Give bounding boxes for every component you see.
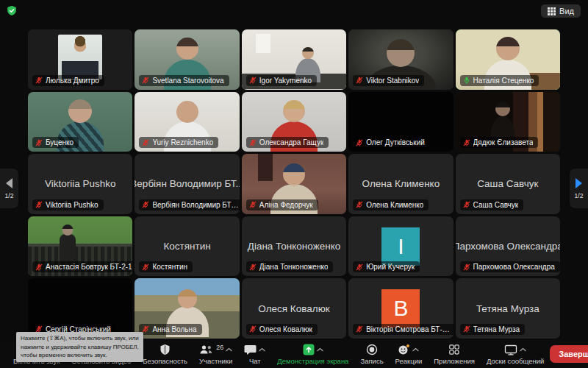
participant-name-label: Анна Вольна — [139, 324, 201, 335]
participant-name-label: Буценко — [32, 137, 79, 148]
gallery-view-icon — [548, 7, 556, 15]
muted-mic-icon — [463, 139, 470, 146]
participant-tile[interactable]: Саша СавчукСаша Савчук — [456, 154, 560, 214]
participant-name-text: Пархомова Олександра — [473, 263, 555, 271]
participant-name-label: Yuriy Reznichenko — [139, 137, 218, 148]
participant-tile[interactable]: Аліна Федорчук — [242, 154, 346, 214]
apps-button[interactable]: Приложения — [428, 344, 481, 365]
chat-button[interactable]: Чат — [238, 344, 271, 365]
participant-name-text: Діана Тонконоженко — [259, 263, 329, 271]
participant-name-label: Igor Yakymenko — [246, 75, 317, 86]
security-button[interactable]: Безопасность — [137, 344, 193, 365]
prev-page-button[interactable]: 1/2 — [0, 169, 18, 208]
participant-tile[interactable]: Олена КлименкоОлена Клименко — [348, 154, 453, 214]
participant-name-label: Пархомова Олександра — [460, 261, 560, 272]
chat-icon — [244, 344, 257, 355]
participant-tile[interactable]: Сергій Старінський — [28, 278, 132, 339]
participant-tile[interactable]: Тетяна МурзаТетяна Мурза — [456, 278, 560, 339]
chevron-up-icon[interactable] — [520, 347, 526, 352]
participant-tile[interactable]: Yuriy Reznichenko — [135, 92, 239, 152]
participant-name-label: Viktor Stabnikov — [353, 75, 424, 86]
participants-button[interactable]: 26 Участники — [193, 344, 238, 365]
next-arrow-icon — [576, 178, 582, 188]
participant-tile[interactable]: Олеся КовалюкОлеся Ковалюк — [242, 278, 346, 339]
share-screen-button[interactable]: Демонстрация экрана — [271, 344, 354, 365]
muted-mic-icon — [35, 201, 43, 208]
muted-mic-icon — [463, 201, 470, 208]
next-page-button[interactable]: 1/2 — [570, 169, 588, 208]
participants-button-label: Участники — [199, 357, 232, 365]
participants-grid: Люлька ДмитроSvetlana StarovoitovaIgor Y… — [28, 29, 560, 339]
apps-button-label: Приложения — [434, 357, 475, 365]
participant-name-text: Буценко — [46, 138, 74, 146]
muted-mic-icon — [356, 139, 363, 146]
reactions-button[interactable]: Реакции — [390, 344, 429, 365]
participant-name-text: Наталія Стеценко — [473, 77, 534, 85]
participant-name-label: Тетяна Мурза — [460, 324, 526, 335]
muted-mic-icon — [463, 325, 470, 333]
participant-tile[interactable]: Svetlana Starovoitova — [135, 29, 239, 90]
muted-mic-icon — [142, 325, 149, 333]
participant-tile[interactable]: Діана ТонконоженкоДіана Тонконоженко — [242, 216, 346, 277]
whiteboards-button[interactable]: Доски сообщений — [481, 344, 550, 365]
chevron-up-icon[interactable] — [317, 347, 323, 352]
record-button[interactable]: Запись — [354, 344, 389, 365]
participant-tile[interactable]: IЮрий Кучерук — [348, 216, 453, 277]
participant-tile[interactable]: Люлька Дмитро — [28, 29, 132, 90]
share-screen-button-label: Демонстрация экрана — [277, 357, 348, 365]
view-button[interactable]: Вид — [541, 4, 581, 18]
chevron-up-icon[interactable] — [412, 347, 419, 352]
participant-name-label: Viktoriia Pushko — [32, 199, 104, 210]
end-meeting-button[interactable]: Завершить — [550, 345, 588, 363]
participants-count: 26 — [216, 344, 223, 351]
participant-tile[interactable]: КостянтинКостянтин — [135, 216, 239, 277]
muted-mic-icon — [249, 325, 257, 333]
record-icon — [366, 344, 378, 355]
participants-icon — [199, 344, 214, 355]
participant-name-label: Анастасія Бовтрук БТ-2-1 — [32, 261, 132, 272]
participant-name-text: Igor Yakymenko — [259, 77, 312, 85]
participant-tile[interactable]: Олександра Гащук — [242, 92, 346, 152]
participant-name-label: Вікторія Смотрова БТ-2-3 — [353, 324, 453, 335]
participant-name-label: Дядюк Єлизавета — [460, 137, 539, 148]
participant-tile[interactable]: Дядюк Єлизавета — [456, 92, 560, 152]
participant-name-text: Олег Дутківський — [366, 138, 425, 146]
participant-tile[interactable]: Буценко — [28, 92, 132, 152]
participant-tile[interactable]: Igor Yakymenko — [242, 29, 346, 90]
participant-tile[interactable]: Олег Дутківський — [348, 92, 453, 152]
page-indicator: 1/2 — [5, 192, 14, 199]
muted-mic-icon — [249, 77, 257, 84]
muted-mic-icon — [356, 201, 363, 208]
reactions-icon — [398, 344, 410, 355]
participant-tile[interactable]: BВікторія Смотрова БТ-2-3 — [348, 278, 453, 339]
muted-mic-icon — [142, 139, 149, 146]
muted-mic-icon — [356, 77, 363, 84]
muted-mic-icon — [463, 263, 470, 271]
participant-name-text: Юрий Кучерук — [366, 263, 415, 271]
participant-tile[interactable]: Наталія Стеценко — [456, 29, 560, 90]
participant-tile[interactable]: Viktoriia PushkoViktoriia Pushko — [28, 154, 132, 214]
participant-tile[interactable]: Вербіян Володимир БТ...Вербіян Володимир… — [135, 154, 239, 214]
participant-name-text: Вікторія Смотрова БТ-2-3 — [366, 325, 453, 333]
participant-name-label: Саша Савчук — [460, 199, 524, 210]
prev-arrow-icon — [6, 178, 12, 188]
participant-tile[interactable]: Анастасія Бовтрук БТ-2-1 — [28, 216, 132, 277]
participant-tile[interactable]: Анна Вольна — [135, 278, 239, 339]
muted-mic-icon — [356, 325, 363, 333]
participant-name-label: Олег Дутківський — [353, 137, 430, 148]
tooltip-line: нажмите и удерживайте клавишу ПРОБЕЛ, — [21, 343, 139, 352]
participant-name-text: Люлька Дмитро — [46, 77, 99, 85]
participant-name-text: Viktoriia Pushko — [46, 201, 98, 209]
chevron-up-icon[interactable] — [259, 347, 265, 352]
participant-name-text: Аліна Федорчук — [259, 201, 313, 209]
participant-name-text: Дядюк Єлизавета — [473, 138, 534, 146]
participant-name-label: Наталія Стеценко — [460, 75, 539, 86]
participant-name-label: Олеся Ковалюк — [246, 324, 318, 335]
participant-tile[interactable]: Пархомова ОлександраПархомова Олександра — [456, 216, 560, 277]
chevron-up-icon[interactable] — [226, 347, 232, 352]
participant-name-label: Олена Клименко — [353, 199, 429, 210]
active-mic-icon — [463, 77, 470, 84]
top-bar: Вид — [0, 0, 588, 28]
participant-name-text: Олександра Гащук — [259, 138, 324, 146]
participant-tile[interactable]: Viktor Stabnikov — [348, 29, 453, 90]
